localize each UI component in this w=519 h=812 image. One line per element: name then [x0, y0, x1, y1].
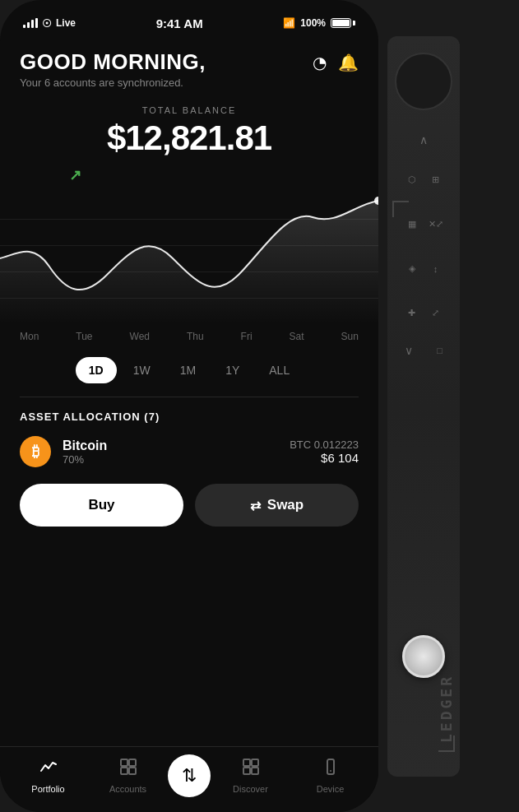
- greeting-block: GOOD MORNING, Your 6 accounts are synchr…: [20, 49, 206, 89]
- svg-rect-9: [327, 759, 334, 774]
- battery-tip: [353, 21, 355, 26]
- device-icon-6: ↕: [425, 248, 446, 290]
- svg-rect-1: [121, 759, 127, 766]
- device-screen-content: ⬡ ⊞ ▦ ✕⤢ ◈ ↕ ✚ ⤢: [398, 156, 449, 337]
- section-divider: [20, 397, 359, 397]
- svg-rect-7: [243, 768, 250, 774]
- device-ledger-text: LEDGER: [438, 675, 455, 743]
- accounts-nav-label: Accounts: [109, 784, 146, 794]
- period-all[interactable]: ALL: [256, 357, 303, 383]
- status-time: 9:41 AM: [156, 16, 203, 30]
- device-icon-7: ✚: [401, 293, 422, 334]
- nav-discover[interactable]: Discover: [211, 758, 290, 794]
- day-fri: Fri: [241, 331, 253, 342]
- asset-crypto-amount: BTC 0.012223: [290, 438, 359, 451]
- transfer-icon: ⇅: [182, 765, 197, 786]
- day-thu: Thu: [187, 331, 204, 342]
- swap-button[interactable]: ⇄ Swap: [195, 484, 359, 527]
- header-icons: ◔ 🔔: [313, 53, 359, 72]
- device-body: ∧ ⬡ ⊞ ▦ ✕⤢ ◈ ↕ ✚ ⤢ ∨ □ LEDGER: [387, 36, 460, 777]
- buy-button[interactable]: Buy: [20, 484, 183, 527]
- device-nav-label: Device: [317, 784, 345, 794]
- greeting-title: GOOD MORNING,: [20, 49, 206, 75]
- notifications-bell-icon[interactable]: 🔔: [338, 53, 359, 72]
- device-nav-up-icon[interactable]: ∧: [419, 133, 428, 146]
- period-1d[interactable]: 1D: [76, 357, 117, 383]
- day-sun: Sun: [341, 331, 359, 342]
- battery-fill: [332, 20, 350, 26]
- device-icon-1: ⬡: [401, 160, 422, 201]
- device-nav-down-icon[interactable]: ∨: [405, 344, 413, 357]
- device-icon-9: □: [437, 341, 443, 360]
- balance-section: TOTAL BALANCE $12,821.81: [20, 105, 359, 158]
- balance-label: TOTAL BALANCE: [20, 105, 359, 115]
- balance-amount: $12,821.81: [20, 118, 359, 158]
- day-wed: Wed: [130, 331, 150, 342]
- device-icon-4: ✕⤢: [425, 204, 446, 245]
- battery-indicator: [331, 18, 355, 28]
- chart-svg: [0, 193, 378, 324]
- status-bar: ☉ Live 9:41 AM 📶 100%: [0, 0, 378, 36]
- device-button-connector[interactable]: [402, 635, 445, 678]
- discover-nav-label: Discover: [233, 784, 268, 794]
- balance-change: ↗: [20, 166, 359, 184]
- battery-body: [331, 18, 351, 28]
- nav-portfolio[interactable]: Portfolio: [8, 758, 88, 794]
- period-1w[interactable]: 1W: [120, 357, 164, 383]
- svg-rect-2: [129, 759, 136, 766]
- phone-content: GOOD MORNING, Your 6 accounts are synchr…: [0, 36, 378, 746]
- wifi-icon: ☉: [42, 17, 52, 30]
- device-nav-icon: [322, 758, 340, 781]
- discover-nav-icon: [242, 758, 260, 781]
- svg-rect-3: [121, 768, 127, 774]
- device-icon-5: ◈: [401, 248, 422, 290]
- swap-icon: ⇄: [250, 498, 261, 513]
- period-selector: 1D 1W 1M 1Y ALL: [20, 357, 359, 383]
- day-mon: Mon: [20, 331, 39, 342]
- accounts-nav-icon: [119, 758, 137, 781]
- bluetooth-icon: 📶: [283, 17, 295, 29]
- day-tue: Tue: [76, 331, 92, 342]
- svg-rect-8: [252, 768, 258, 774]
- transfer-center-button[interactable]: ⇅: [168, 754, 211, 797]
- asset-info: Bitcoin 70%: [63, 438, 107, 466]
- asset-allocation-title: ASSET ALLOCATION (7): [20, 411, 359, 423]
- app-header: GOOD MORNING, Your 6 accounts are synchr…: [20, 49, 359, 89]
- status-left: ☉ Live: [23, 17, 76, 30]
- asset-fiat-value: $6 104: [290, 451, 359, 465]
- portfolio-nav-icon: [39, 758, 58, 781]
- bottom-nav: Portfolio Accounts ⇅: [0, 746, 378, 812]
- ledger-device: ∧ ⬡ ⊞ ▦ ✕⤢ ◈ ↕ ✚ ⤢ ∨ □ LEDGER: [378, 0, 469, 812]
- svg-rect-4: [129, 768, 136, 774]
- price-chart: [0, 193, 378, 324]
- period-1y[interactable]: 1Y: [212, 357, 253, 383]
- status-right: 📶 100%: [283, 17, 355, 29]
- signal-bars: [23, 18, 38, 28]
- device-corner-top-left: [392, 201, 409, 217]
- day-sat: Sat: [290, 331, 304, 342]
- asset-item-bitcoin: ₿ Bitcoin 70% BTC 0.012223 $6 104: [20, 436, 359, 467]
- nav-device[interactable]: Device: [290, 758, 370, 794]
- swap-label: Swap: [267, 497, 304, 513]
- device-circle-top: [395, 53, 452, 110]
- portfolio-nav-label: Portfolio: [31, 784, 64, 794]
- time-axis: Mon Tue Wed Thu Fri Sat Sun: [0, 324, 378, 349]
- asset-item-right: BTC 0.012223 $6 104: [290, 438, 359, 465]
- asset-item-left: ₿ Bitcoin 70%: [20, 436, 107, 467]
- asset-percentage: 70%: [63, 453, 107, 466]
- battery-pct: 100%: [300, 17, 326, 29]
- portfolio-chart-icon[interactable]: ◔: [313, 53, 327, 72]
- svg-rect-6: [252, 759, 258, 766]
- bitcoin-icon: ₿: [20, 436, 51, 467]
- nav-accounts[interactable]: Accounts: [88, 758, 168, 794]
- carrier-label: Live: [56, 17, 76, 29]
- greeting-subtitle: Your 6 accounts are synchronized.: [20, 77, 206, 89]
- asset-name: Bitcoin: [63, 438, 107, 453]
- arrow-up-icon: ↗: [69, 166, 81, 184]
- device-icon-2: ⊞: [425, 160, 446, 201]
- action-buttons: Buy ⇄ Swap: [20, 484, 359, 527]
- period-1m[interactable]: 1M: [167, 357, 209, 383]
- svg-rect-5: [243, 759, 250, 766]
- phone-container: ☉ Live 9:41 AM 📶 100% GOOD MORNING, Your…: [0, 0, 378, 812]
- device-icon-8: ⤢: [425, 293, 446, 334]
